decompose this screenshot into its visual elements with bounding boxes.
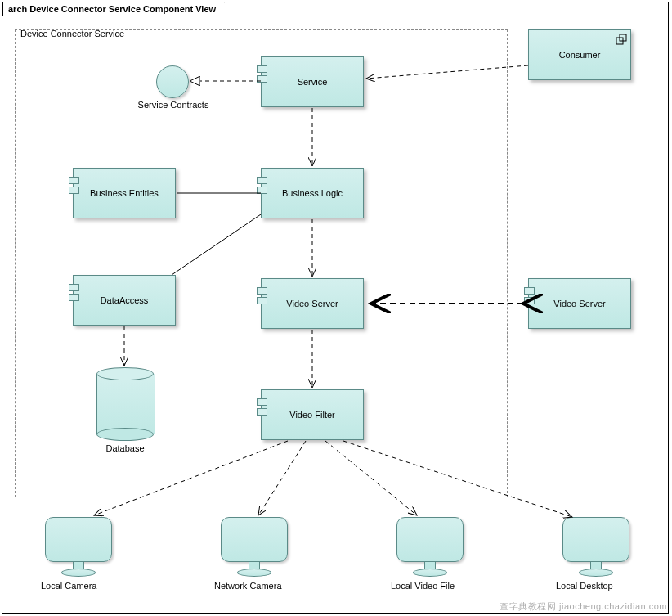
component-plug-icon	[257, 398, 267, 406]
component-video-filter: Video Filter	[261, 389, 364, 440]
component-consumer: Consumer	[528, 29, 631, 80]
component-plug-icon	[257, 75, 267, 83]
local-video-file-label: Local Video File	[391, 581, 473, 591]
local-camera-label: Local Camera	[41, 581, 116, 591]
device-local-video-file	[396, 517, 464, 579]
component-plug-icon	[257, 65, 267, 73]
component-plug-icon	[524, 287, 535, 295]
service-label: Service	[298, 77, 328, 87]
business-logic-label: Business Logic	[282, 188, 343, 198]
frame-title: arch Device Connector Service Component …	[2, 2, 225, 16]
component-video-server-external: Video Server	[528, 278, 631, 329]
component-plug-icon	[69, 284, 79, 291]
component-plug-icon	[257, 187, 267, 194]
network-camera-label: Network Camera	[214, 581, 296, 591]
video-filter-label: Video Filter	[289, 410, 334, 420]
diagram-canvas: arch Device Connector Service Component …	[0, 0, 672, 616]
component-plug-icon	[524, 297, 535, 304]
component-business-entities: Business Entities	[73, 168, 176, 218]
consumer-label: Consumer	[559, 50, 601, 60]
service-contracts-label: Service Contracts	[132, 100, 214, 110]
component-business-logic: Business Logic	[261, 168, 364, 218]
component-plug-icon	[257, 408, 267, 416]
node-database	[96, 367, 154, 441]
component-plug-icon	[69, 294, 79, 301]
data-access-label: DataAccess	[101, 295, 149, 305]
component-plug-icon	[257, 297, 267, 304]
video-server-external-label: Video Server	[553, 299, 605, 308]
device-local-desktop	[562, 517, 629, 579]
local-desktop-label: Local Desktop	[556, 581, 638, 591]
video-server-inner-label: Video Server	[286, 299, 338, 308]
device-local-camera	[45, 517, 112, 579]
business-entities-label: Business Entities	[90, 188, 159, 198]
component-plug-icon	[257, 287, 267, 295]
database-label: Database	[96, 443, 154, 453]
component-plug-icon	[257, 177, 267, 184]
component-plug-icon	[69, 187, 79, 194]
package-label: Device Connector Service	[19, 29, 126, 38]
watermark: 查字典教程网 jiaocheng.chazidian.com	[500, 600, 667, 613]
component-service: Service	[261, 56, 364, 107]
device-network-camera	[221, 517, 288, 579]
component-video-server-inner: Video Server	[261, 278, 364, 329]
component-plug-icon	[69, 177, 79, 184]
interface-service-contracts	[156, 65, 189, 98]
link-icon	[616, 34, 627, 45]
component-data-access: DataAccess	[73, 275, 176, 326]
